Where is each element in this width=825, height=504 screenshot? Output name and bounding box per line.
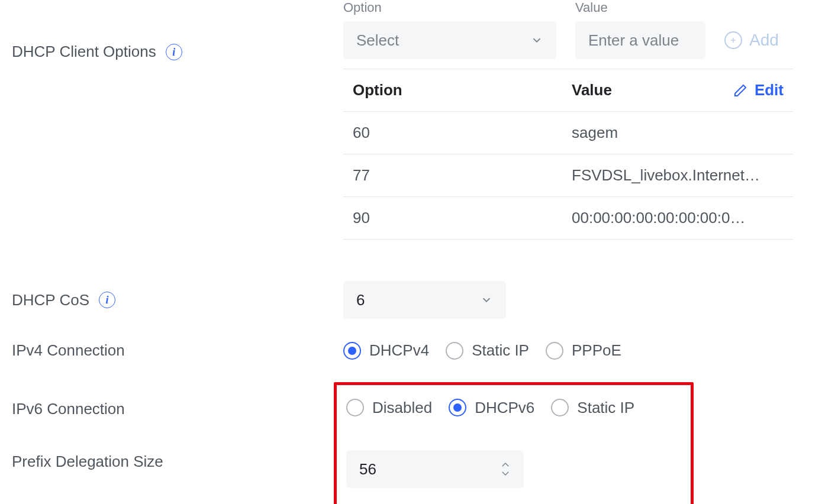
ipv6-connection-label: IPv6 Connection [12,400,125,418]
ipv4-radio-dhcpv4[interactable]: DHCPv4 [343,341,429,360]
table-cell-value: FSVDSL_livebox.Internet… [562,154,793,197]
add-button[interactable]: Add [724,31,779,50]
ipv6-radio-group: Disabled DHCPv6 Static IP [346,396,681,419]
radio-label: DHCPv4 [369,341,429,360]
ipv4-radio-static-ip[interactable]: Static IP [446,341,529,360]
ipv6-radio-dhcpv6[interactable]: DHCPv6 [449,399,534,417]
prefix-delegation-input[interactable]: 56 [346,450,524,488]
dhcp-cos-label: DHCP CoS [12,291,89,309]
table-cell-option: 60 [343,112,562,154]
edit-button-label: Edit [755,81,784,99]
chevron-down-icon[interactable] [500,470,511,477]
value-input-wrapper [575,21,705,59]
dhcp-options-table: Option Value Edit [343,69,793,240]
radio-label: PPPoE [572,341,621,360]
radio-icon [551,399,569,416]
info-icon[interactable]: i [99,292,115,308]
pencil-icon [733,83,747,98]
ipv4-radio-pppoe[interactable]: PPPoE [546,341,621,360]
radio-icon [446,342,463,360]
table-row: 60 sagem [343,112,793,154]
table-row: 90 00:00:00:00:00:00:00:0… [343,197,793,240]
radio-icon [449,399,466,416]
chevron-down-icon [530,34,543,47]
add-button-label: Add [749,31,779,50]
dhcp-cos-value: 6 [356,291,365,309]
chevron-up-icon[interactable] [500,461,511,469]
radio-icon [346,399,364,416]
info-icon[interactable]: i [166,44,182,60]
ipv6-radio-static-ip[interactable]: Static IP [551,399,634,417]
value-field-header: Value [575,0,705,15]
option-select-placeholder: Select [356,31,399,50]
plus-circle-icon [724,31,742,49]
dhcp-cos-select[interactable]: 6 [343,281,506,319]
table-cell-option: 77 [343,154,562,197]
ipv4-connection-label: IPv4 Connection [12,341,125,360]
radio-label: Static IP [577,399,634,417]
table-header-value-cell: Value Edit [562,69,793,112]
option-select[interactable]: Select [343,21,556,59]
chevron-down-icon [480,293,493,306]
table-cell-value: sagem [562,112,793,154]
table-header-value: Value [572,81,612,99]
radio-icon [343,342,361,360]
option-field-header: Option [343,0,556,15]
prefix-delegation-label: Prefix Delegation Size [12,453,163,471]
table-row: 77 FSVDSL_livebox.Internet… [343,154,793,197]
ipv6-highlight-box: Disabled DHCPv6 Static IP 56 [334,382,694,504]
radio-icon [546,342,563,360]
dhcp-client-options-label: DHCP Client Options [12,43,156,61]
ipv4-radio-group: DHCPv4 Static IP PPPoE [343,341,621,360]
radio-label: Disabled [372,399,432,417]
value-input[interactable] [588,31,692,50]
radio-label: Static IP [472,341,529,360]
edit-button[interactable]: Edit [733,81,784,99]
table-header-option: Option [343,69,562,112]
radio-label: DHCPv6 [475,399,534,417]
table-cell-value: 00:00:00:00:00:00:00:0… [562,197,793,240]
ipv6-radio-disabled[interactable]: Disabled [346,399,432,417]
prefix-delegation-value: 56 [359,460,376,479]
table-cell-option: 90 [343,197,562,240]
